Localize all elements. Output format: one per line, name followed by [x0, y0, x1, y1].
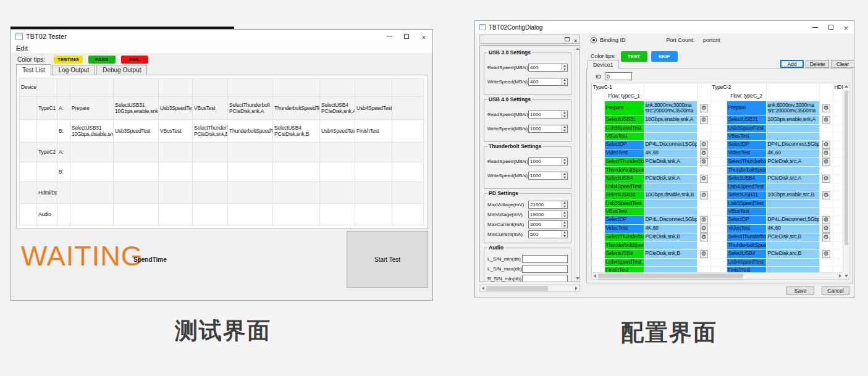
flow-value-cell[interactable]: 4K,60 [766, 224, 819, 233]
test-grid-cell[interactable] [228, 204, 273, 225]
flow-test-cell[interactable]: VideoTest [727, 149, 766, 157]
test-grid-cell[interactable] [57, 78, 70, 97]
test-grid-cell[interactable] [355, 182, 392, 204]
flow-value-cell[interactable]: 4K,60 [644, 224, 697, 233]
flow-value-cell[interactable] [644, 132, 697, 140]
field-input[interactable]: 21000 [528, 201, 568, 209]
field-input[interactable]: 1000 [528, 157, 568, 165]
test-grid-cell[interactable] [159, 182, 193, 204]
test-grid-cell[interactable] [355, 204, 392, 225]
test-grid-cell[interactable] [70, 162, 114, 182]
flow-value-cell[interactable] [644, 241, 697, 249]
spinner-icon[interactable] [561, 201, 567, 208]
id-input[interactable]: 0 [605, 72, 632, 80]
test-grid-cell[interactable]: Hdmi/Dp [37, 182, 57, 204]
scrollbar-thumb[interactable] [486, 286, 548, 291]
flow-value-cell[interactable] [766, 166, 819, 174]
grid-vertical-scrollbar[interactable] [843, 83, 849, 279]
test-grid-cell[interactable] [20, 162, 37, 182]
flow-test-cell[interactable]: SelectDP [727, 215, 766, 224]
flow-test-cell[interactable]: SelectThunderbolt [604, 157, 644, 166]
spinner-icon[interactable] [561, 221, 567, 228]
flow-test-cell[interactable]: VBusTest [604, 207, 644, 215]
gear-icon[interactable] [700, 216, 708, 224]
spinner-icon[interactable] [561, 64, 567, 71]
flow-test-cell[interactable]: Usb3SpeedTest [727, 199, 766, 207]
spinner-icon[interactable] [561, 231, 567, 238]
flow-test-cell[interactable]: SelectUSB31 [604, 115, 644, 124]
gear-icon[interactable] [700, 104, 708, 112]
test-grid-cell[interactable]: FinishTest [355, 120, 392, 143]
maximize-button[interactable] [398, 30, 415, 43]
flow-value-cell[interactable] [766, 124, 819, 132]
gear-icon[interactable] [822, 216, 830, 224]
flow-test-cell[interactable]: SelectUSB4 [604, 249, 644, 258]
flow-test-cell[interactable]: SelectDP [604, 140, 644, 149]
flow-test-cell[interactable]: SelectUSB31 [604, 191, 644, 199]
save-button[interactable]: Save [786, 286, 814, 295]
test-grid-cell[interactable] [273, 204, 320, 225]
test-grid-cell[interactable] [273, 182, 320, 204]
test-grid-cell[interactable] [37, 78, 57, 97]
gear-icon[interactable] [700, 191, 708, 199]
spinner-icon[interactable] [561, 172, 567, 179]
test-grid-cell[interactable] [114, 204, 159, 225]
dock-float-icon[interactable] [565, 37, 570, 41]
flow-value-cell[interactable] [766, 132, 819, 140]
flow-value-cell[interactable]: DP4L,Disconnect,5Gbps,snk,B [766, 215, 819, 224]
flow-test-cell[interactable]: SelectThunderbolt [727, 233, 766, 241]
test-grid-cell[interactable] [355, 143, 392, 162]
test-grid-cell[interactable] [392, 162, 424, 182]
field-input[interactable]: 19000 [528, 211, 568, 219]
test-grid-cell[interactable]: VBusTest [193, 97, 228, 120]
flow-test-cell[interactable]: SelectUSB4 [727, 249, 766, 258]
spinner-icon[interactable] [561, 211, 567, 218]
test-grid-cell[interactable]: ThunderboltSpeedTest [228, 120, 273, 143]
flow-value-cell[interactable]: PCIeDisk,snk,B [644, 233, 697, 241]
field-input[interactable]: 1000 [528, 111, 568, 119]
test-grid-cell[interactable] [228, 162, 273, 182]
flow-value-cell[interactable]: PCIeDisk,snk,A [644, 174, 697, 183]
tab-device1[interactable]: Device1 [588, 60, 619, 69]
scrollbar-thumb[interactable] [598, 274, 743, 278]
gear-icon[interactable] [822, 175, 830, 183]
test-grid-cell[interactable] [320, 182, 355, 204]
test-grid-cell[interactable]: SelectUSB4 PCIeDisk,snk,A [320, 97, 355, 120]
test-grid-cell[interactable] [320, 162, 355, 182]
binding-id-radio[interactable] [591, 37, 597, 43]
flow-test-cell[interactable]: Usb3SpeedTest [604, 124, 644, 132]
start-test-button[interactable]: Start Test [347, 231, 428, 288]
flow-value-cell[interactable] [644, 124, 697, 132]
tab-log-output[interactable]: Log Output [53, 65, 95, 75]
flow-value-cell[interactable] [644, 183, 697, 191]
cancel-button[interactable]: Cancel [822, 286, 849, 295]
test-grid-cell[interactable]: ThunderboltSpeedTest [273, 97, 320, 120]
test-grid-cell[interactable] [159, 78, 193, 97]
maximize-button[interactable] [823, 21, 838, 33]
flow-test-cell[interactable]: Usb3SpeedTest [604, 199, 644, 207]
test-grid-cell[interactable]: Usb3SpeedTest [159, 97, 193, 120]
flow-value-cell[interactable] [766, 241, 819, 249]
test-grid-cell[interactable] [114, 78, 159, 97]
close-button[interactable] [415, 30, 432, 43]
test-grid-cell[interactable] [159, 143, 193, 162]
flow-test-cell[interactable]: ThunderboltSpeedTest [604, 241, 644, 249]
test-grid-cell[interactable] [20, 143, 37, 162]
gear-icon[interactable] [700, 225, 708, 233]
gear-icon[interactable] [822, 225, 830, 233]
test-grid-cell[interactable] [228, 182, 273, 204]
flow-value-cell[interactable]: 10Gbps,enable,src,B [766, 191, 819, 199]
test-grid-cell[interactable]: SelectUSB4 PCIeDisk,snk,B [273, 120, 320, 143]
test-grid-cell[interactable]: Device0 [20, 78, 37, 97]
flow-test-cell[interactable]: Usb3SpeedTest [727, 124, 766, 132]
test-grid-cell[interactable] [20, 182, 37, 204]
spinner-icon[interactable] [561, 78, 567, 85]
gear-icon[interactable] [822, 116, 830, 124]
field-input[interactable] [522, 265, 568, 273]
test-grid-cell[interactable] [193, 182, 228, 204]
flow-value-cell[interactable]: PCIeDisk,snk,A [644, 157, 697, 166]
test-grid-cell[interactable] [355, 78, 392, 97]
gear-icon[interactable] [822, 250, 830, 258]
test-grid-cell[interactable]: A: [57, 143, 70, 162]
flow-value-cell[interactable]: PCIeDisk,src,A [766, 174, 819, 183]
